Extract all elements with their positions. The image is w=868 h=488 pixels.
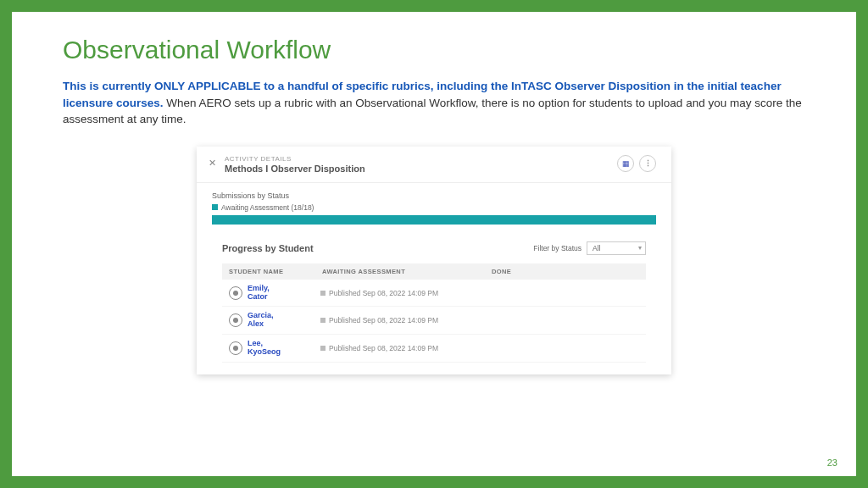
legend-text: Awaiting Assessment (18/18) — [221, 203, 314, 212]
published-cell: Published Sep 08, 2022 14:09 PM — [320, 289, 438, 297]
student-name-link[interactable]: Lee,KyoSeog — [248, 340, 320, 357]
activity-panel: ✕ ACTIVITY DETAILS Methods I Observer Di… — [197, 147, 671, 374]
panel-header: ✕ ACTIVITY DETAILS Methods I Observer Di… — [197, 147, 671, 183]
col-awaiting: AWAITING ASSESSMENT — [322, 268, 492, 275]
more-menu-icon[interactable]: ⋮ — [639, 155, 656, 172]
student-name-link[interactable]: Garcia,Alex — [248, 312, 320, 329]
status-section: Submissions by Status Awaiting Assessmen… — [197, 183, 671, 236]
page-number: 23 — [827, 458, 837, 468]
table-row[interactable]: Emily,CatorPublished Sep 08, 2022 14:09 … — [222, 280, 646, 308]
status-swatch-icon — [320, 291, 326, 296]
calendar-icon[interactable]: ▦ — [617, 155, 634, 172]
table-row[interactable]: Garcia,AlexPublished Sep 08, 2022 14:09 … — [222, 307, 646, 335]
panel-actions: ▦ ⋮ — [617, 155, 656, 172]
filter-group: Filter by Status All — [533, 241, 646, 255]
col-student-name: STUDENT NAME — [229, 268, 322, 275]
published-cell: Published Sep 08, 2022 14:09 PM — [320, 344, 438, 352]
slide-title: Observational Workflow — [63, 36, 805, 64]
status-swatch-icon — [320, 318, 326, 323]
status-legend: Awaiting Assessment (18/18) — [212, 203, 656, 212]
filter-value: All — [593, 244, 600, 252]
filter-label: Filter by Status — [533, 244, 581, 252]
progress-title: Progress by Student — [222, 243, 314, 253]
col-done: DONE — [492, 268, 511, 275]
avatar-icon — [229, 313, 242, 327]
activity-details-label: ACTIVITY DETAILS — [225, 155, 365, 163]
student-name-link[interactable]: Emily,Cator — [248, 285, 320, 302]
status-label: Submissions by Status — [212, 191, 656, 200]
progress-header: Progress by Student Filter by Status All — [222, 241, 646, 255]
avatar-icon — [229, 341, 242, 355]
close-icon[interactable]: ✕ — [209, 158, 216, 169]
slide: Observational Workflow This is currently… — [12, 12, 856, 476]
table-body: Emily,CatorPublished Sep 08, 2022 14:09 … — [222, 280, 646, 363]
status-swatch-icon — [320, 346, 326, 351]
avatar-icon — [229, 286, 242, 300]
table-header: STUDENT NAME AWAITING ASSESSMENT DONE — [222, 263, 646, 280]
legend-swatch-icon — [212, 204, 218, 210]
table-row[interactable]: Lee,KyoSeogPublished Sep 08, 2022 14:09 … — [222, 335, 646, 363]
body-text: When AERO sets up a rubric with an Obser… — [63, 97, 802, 126]
status-bar — [212, 215, 656, 225]
panel-title-block: ACTIVITY DETAILS Methods I Observer Disp… — [225, 155, 365, 174]
activity-title: Methods I Observer Disposition — [225, 164, 365, 174]
slide-description: This is currently ONLY APPLICABLE to a h… — [63, 78, 805, 128]
progress-section: Progress by Student Filter by Status All… — [197, 236, 671, 374]
filter-select[interactable]: All — [587, 241, 646, 255]
published-cell: Published Sep 08, 2022 14:09 PM — [320, 316, 438, 324]
